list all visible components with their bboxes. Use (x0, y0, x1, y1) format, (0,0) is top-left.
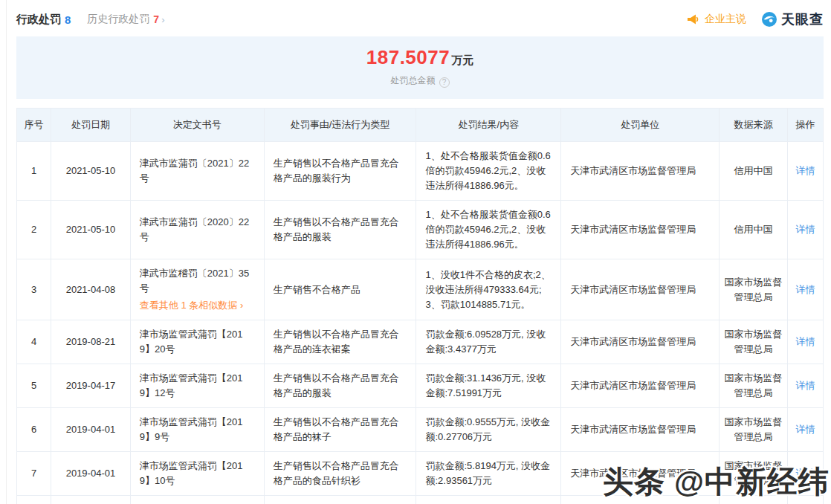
penalty-summary-band: 187.5077万元 处罚总金额? (16, 36, 824, 99)
detail-link[interactable]: 详情 (796, 380, 815, 391)
header-row: 序号处罚日期决定文书号处罚事由/违法行为类型处罚结果/内容处罚单位数据来源操作 (17, 109, 824, 142)
table-row: 6 2019-04-01 津市场监管武蒲罚【2019】9号 生产销售以不合格产品… (17, 408, 824, 452)
cell-penalty-unit: 天津市武清区市场监督管理局 (561, 201, 720, 259)
column-header: 操作 (788, 109, 824, 142)
penalty-table: 序号处罚日期决定文书号处罚事由/违法行为类型处罚结果/内容处罚单位数据来源操作 … (16, 108, 824, 504)
cell-penalty-reason: 生产销售以不合格产品冒充合格产品的服装行为 (264, 142, 416, 201)
cell-action: 详情 (788, 452, 824, 496)
cell-penalty-date: 2019-08-21 (51, 320, 131, 364)
detail-link[interactable]: 详情 (796, 165, 815, 176)
cell-penalty-result: 1、没收1件不合格的皮衣;2、没收违法所得479333.64元;3、罚款1014… (416, 259, 561, 320)
cell-data-source: 国家市场监督管理总局 (720, 408, 788, 452)
tab-history-label: 历史行政处罚 (87, 13, 149, 26)
cell-action: 详情 (788, 259, 824, 320)
table-row: 4 2019-08-21 津市场监管武蒲罚【2019】20号 生产销售以不合格产… (17, 320, 824, 364)
column-header: 决定文书号 (130, 109, 264, 142)
cell-penalty-result: 1、处不合格服装货值金额0.6倍的罚款45946.2元,2、没收违法所得4188… (416, 142, 561, 201)
cell-action: 详情 (788, 364, 824, 408)
cell-penalty-reason: 生产销售以不合格产品冒充合格产品的服装 (264, 201, 416, 259)
tianyancha-logo[interactable]: 天眼查 (761, 10, 824, 28)
table-row: 3 2021-04-08 津武市监稽罚〔2021〕35号 查看其他 1 条相似数… (17, 259, 824, 320)
cell-serial-number: 7 (17, 452, 51, 496)
cell-penalty-result: 罚款金额:32.8163万元, 没收金额:14.0411万元 (416, 496, 561, 504)
cell-decision-doc-number: 津武市监蒲罚〔2021〕22号 (130, 142, 264, 201)
column-header: 处罚结果/内容 (416, 109, 561, 142)
history-count-badge: 7 (153, 13, 159, 25)
cell-decision-doc-number: 津武市监稽罚〔2021〕35号 查看其他 1 条相似数据 › (130, 259, 264, 320)
similar-data-link[interactable]: 查看其他 1 条相似数据 › (140, 298, 243, 313)
cell-decision-doc-number: 津武市监蒲罚〔2020〕22号 (130, 201, 264, 259)
help-question-icon[interactable]: ? (439, 77, 450, 88)
cell-penalty-unit: 天津市武清区市场监督管理局 (561, 452, 720, 496)
cell-serial-number: 6 (17, 408, 51, 452)
cell-penalty-reason: 生产销售以不合格产品冒充合格产品的服装 (264, 364, 416, 408)
tianyancha-eye-icon (761, 11, 777, 28)
cell-decision-doc-number: 津市场监管武蒲罚【2019】9号 (130, 408, 264, 452)
cell-penalty-date: 2021-05-10 (51, 142, 131, 201)
total-amount-unit: 万元 (451, 54, 473, 66)
tab-history-penalty[interactable]: 历史行政处罚 7 › (87, 13, 164, 26)
cell-serial-number: 1 (17, 142, 51, 201)
cell-penalty-date: 2017-06-01 (51, 496, 131, 504)
table-row: 2 2021-05-10 津武市监蒲罚〔2020〕22号 生产销售以不合格产品冒… (17, 201, 824, 259)
column-header: 处罚日期 (51, 109, 131, 142)
chevron-right-icon: › (161, 14, 164, 25)
detail-link[interactable]: 详情 (796, 468, 815, 479)
detail-link[interactable]: 详情 (796, 284, 815, 295)
cell-decision-doc-number: 津市场监管武蒲罚【2019】20号 (130, 320, 264, 364)
table-row: 7 2019-04-01 津市场监管武蒲罚【2019】10号 生产销售以不合格产… (17, 452, 824, 496)
cell-decision-doc-number: 津市场监管武蒲罚【2019】10号 (130, 452, 264, 496)
cell-penalty-date: 2021-04-08 (51, 259, 131, 320)
detail-link[interactable]: 详情 (796, 224, 815, 235)
cell-penalty-date: 2021-05-10 (51, 201, 131, 259)
cell-penalty-reason: 生产销售不合格服装 (264, 496, 416, 504)
decision-doc-number: 津市场监管武蒲罚【2019】20号 (140, 327, 255, 357)
header-right-tools: 企业主说 天眼查 (687, 10, 824, 28)
cell-penalty-date: 2019-04-01 (51, 452, 131, 496)
detail-link[interactable]: 详情 (796, 424, 815, 435)
cell-penalty-reason: 生产销售以不合格产品冒充合格产品的食品针织衫 (264, 452, 416, 496)
cell-serial-number: 2 (17, 201, 51, 259)
cell-penalty-unit: 天津市武清区市场监督管理局 (561, 142, 720, 201)
cell-serial-number: 3 (17, 259, 51, 320)
detail-link[interactable]: 详情 (796, 336, 815, 347)
penalty-table-head: 序号处罚日期决定文书号处罚事由/违法行为类型处罚结果/内容处罚单位数据来源操作 (17, 109, 824, 142)
cell-penalty-result: 罚款金额:6.09528万元, 没收金额:3.4377万元 (416, 320, 561, 364)
cell-decision-doc-number: 津市场监管武蒲罚【2019】12号 (130, 364, 264, 408)
cell-data-source: 国家市场监督管理总局 (720, 320, 788, 364)
table-row: 8 2017-06-01 津市场监管武蒲质罚〔2017〕5号 生产销售不合格服装… (17, 496, 824, 504)
cell-serial-number: 4 (17, 320, 51, 364)
cell-penalty-unit: 天津市武清区市场监督管理局 (561, 259, 720, 320)
cell-action: 详情 (788, 142, 824, 201)
decision-doc-number: 津武市监稽罚〔2021〕35号 (140, 266, 255, 296)
penalty-count-badge: 8 (65, 13, 71, 26)
cell-penalty-reason: 生产销售以不合格产品冒充合格产品的连衣裙案 (264, 320, 416, 364)
total-amount-value: 187.5077 (366, 46, 450, 68)
company-say-button[interactable]: 企业主说 (687, 13, 746, 26)
cell-penalty-result: 1、处不合格服装货值金额0.6倍的罚款45946.2元,2、没收违法所得4188… (416, 201, 561, 259)
cell-data-source: 国家市场监督管理总局 (720, 364, 788, 408)
cell-data-source: 信用中国 (720, 142, 788, 201)
total-amount-label: 处罚总金额 (391, 75, 436, 85)
cell-penalty-unit: 天津市武清区市场监督管理局 (561, 408, 720, 452)
cell-serial-number: 8 (17, 496, 51, 504)
cell-action: 详情 (788, 201, 824, 259)
cell-penalty-date: 2019-04-01 (51, 408, 131, 452)
cell-penalty-reason: 生产销售不合格产品 (264, 259, 416, 320)
cell-action: 详情 (788, 496, 824, 504)
column-header: 数据来源 (720, 109, 788, 142)
decision-doc-number: 津武市监蒲罚〔2021〕22号 (140, 156, 255, 186)
tab-administrative-penalty[interactable]: 行政处罚 (16, 13, 61, 27)
cell-data-source: 信用中国 (720, 201, 788, 259)
column-header: 处罚单位 (561, 109, 720, 142)
cell-decision-doc-number: 津市场监管武蒲质罚〔2017〕5号 (130, 496, 264, 504)
cell-action: 详情 (788, 408, 824, 452)
cell-action: 详情 (788, 320, 824, 364)
summary-label-row: 处罚总金额? (16, 74, 824, 88)
table-row: 1 2021-05-10 津武市监蒲罚〔2021〕22号 生产销售以不合格产品冒… (17, 142, 824, 201)
cell-penalty-result: 罚款金额:0.9555万元, 没收金额:0.27706万元 (416, 408, 561, 452)
decision-doc-number: 津市场监管武蒲罚【2019】12号 (140, 371, 255, 401)
brand-name: 天眼查 (781, 10, 824, 28)
column-header: 序号 (17, 109, 51, 142)
decision-doc-number: 津武市监蒲罚〔2020〕22号 (140, 215, 255, 245)
